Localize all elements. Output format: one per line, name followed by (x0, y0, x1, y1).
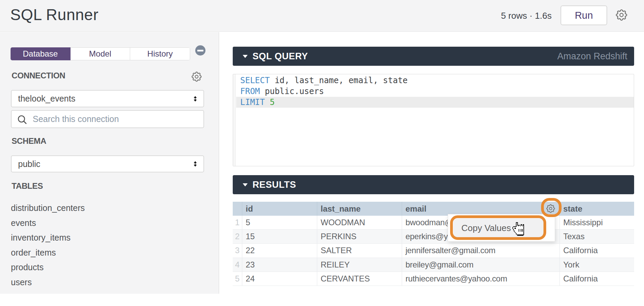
row-number: 1 (233, 216, 242, 229)
column-header-state[interactable]: state (559, 202, 634, 216)
column-header-id[interactable]: id (242, 202, 317, 216)
cell-id: 5 (242, 216, 317, 229)
table-row[interactable]: 524CERVANTESruthiecervantes@yahoo.comCal… (233, 272, 634, 286)
code-token: FROM (240, 87, 260, 96)
sql-runner-app: SQL Runner 5 rows · 1.6s Run DatabaseMod… (0, 0, 644, 306)
cell-email: ruthiecervantes@yahoo.com (402, 272, 559, 286)
cell-state: York (559, 258, 634, 272)
table-list-item[interactable]: order_items (11, 245, 202, 260)
results-table-body: 15WOODMANbwoodman@Mississippi215PERKINSe… (233, 216, 634, 286)
cell-state: California (559, 244, 634, 257)
code-line: LIMIT 5 (236, 97, 634, 108)
connection-gear-icon[interactable] (191, 72, 202, 82)
column-header-email[interactable]: email (402, 202, 559, 216)
code-token (265, 97, 270, 107)
caret-down-icon (243, 183, 248, 186)
connection-heading: CONNECTION (12, 71, 65, 80)
collapse-sidebar-button[interactable] (195, 45, 205, 56)
run-button[interactable]: Run (561, 5, 607, 25)
cell-state: California (559, 272, 634, 286)
tables-list: distribution_centerseventsinventory_item… (11, 201, 202, 290)
results-panel-title: RESULTS (252, 180, 296, 190)
sql-editor[interactable]: SELECT id, last_name, email, stateFROM p… (233, 74, 634, 166)
row-number: 5 (233, 272, 242, 286)
table-list-item[interactable]: distribution_centers (11, 201, 202, 216)
minus-icon (197, 50, 203, 51)
schema-select[interactable]: public (11, 155, 204, 172)
cell-last_name: REILEY (317, 258, 402, 272)
cell-last_name: SALTER (317, 244, 402, 257)
sql-query-panel-header[interactable]: SQL QUERY Amazon Redshift (233, 47, 634, 66)
tab-model[interactable]: Model (71, 48, 131, 60)
annotation-ring-copy-values (450, 215, 546, 240)
cell-email: breiley@gmail.com (402, 258, 559, 272)
code-line: FROM public.users (236, 86, 634, 97)
schema-select-value: public (18, 159, 40, 169)
row-number: 4 (233, 258, 242, 272)
table-row[interactable]: 215PERKINSeperkins@yaTexas (233, 230, 634, 244)
cell-last_name: CERVANTES (317, 272, 402, 286)
updown-arrows-icon (194, 161, 197, 167)
header-corner-cell (233, 202, 242, 216)
code-token: SELECT (240, 76, 270, 85)
results-table-header: idlast_nameemailstate (233, 202, 634, 216)
cell-last_name: WOODMAN (317, 216, 402, 229)
tab-history[interactable]: History (130, 48, 190, 60)
results-table: idlast_nameemailstate 15WOODMANbwoodman@… (233, 202, 634, 286)
connection-search-input[interactable] (11, 110, 204, 128)
page-title: SQL Runner (10, 5, 98, 24)
results-panel-header[interactable]: RESULTS (233, 175, 634, 194)
hand-cursor-icon (512, 221, 524, 236)
cell-state: Texas (559, 230, 634, 243)
sidebar: DatabaseModelHistory CONNECTION thelook_… (0, 32, 219, 294)
connection-select-value: thelook_events (18, 94, 75, 104)
row-number: 3 (233, 244, 242, 257)
code-lines: SELECT id, last_name, email, stateFROM p… (236, 75, 634, 108)
settings-gear-icon[interactable] (616, 9, 627, 21)
cell-id: 24 (242, 272, 317, 286)
row-number: 2 (233, 230, 242, 243)
search-icon (18, 115, 27, 124)
table-list-item[interactable]: events (11, 216, 202, 231)
code-token: id, last_name, email, state (270, 76, 408, 85)
code-token: 5 (270, 97, 275, 107)
table-row[interactable]: 15WOODMANbwoodman@Mississippi (233, 216, 634, 230)
table-row[interactable]: 322SALTERjennifersalter@gmail.comCalifor… (233, 244, 634, 258)
cell-id: 22 (242, 244, 317, 257)
search-input[interactable] (33, 111, 193, 127)
editor-gutter (233, 74, 236, 166)
dialect-label: Amazon Redshift (557, 51, 627, 62)
caret-down-icon (243, 55, 248, 58)
query-status-text: 5 rows · 1.6s (501, 11, 552, 21)
tab-database[interactable]: Database (11, 47, 71, 60)
annotation-ring-gear (541, 198, 562, 217)
table-list-item[interactable]: products (11, 260, 202, 275)
cell-id: 15 (242, 230, 317, 243)
updown-arrows-icon (194, 96, 197, 102)
connection-select[interactable]: thelook_events (11, 90, 204, 107)
cell-email: jennifersalter@gmail.com (402, 244, 559, 257)
code-token: public.users (260, 87, 324, 96)
table-list-item[interactable]: inventory_items (11, 230, 202, 245)
tables-heading: TABLES (12, 181, 43, 191)
code-token: LIMIT (240, 97, 265, 107)
sidebar-tabs: DatabaseModelHistory (11, 47, 190, 60)
cell-state: Mississippi (559, 216, 634, 229)
cell-last_name: PERKINS (317, 230, 402, 243)
top-bar: SQL Runner 5 rows · 1.6s Run (0, 0, 644, 32)
cell-id: 23 (242, 258, 317, 272)
code-line: SELECT id, last_name, email, state (236, 75, 634, 86)
column-header-last_name[interactable]: last_name (317, 202, 402, 216)
table-list-item[interactable]: users (11, 275, 202, 290)
table-row[interactable]: 423REILEYbreiley@gmail.comYork (233, 258, 634, 272)
sql-query-panel-title: SQL QUERY (252, 51, 308, 62)
schema-heading: SCHEMA (12, 136, 46, 146)
